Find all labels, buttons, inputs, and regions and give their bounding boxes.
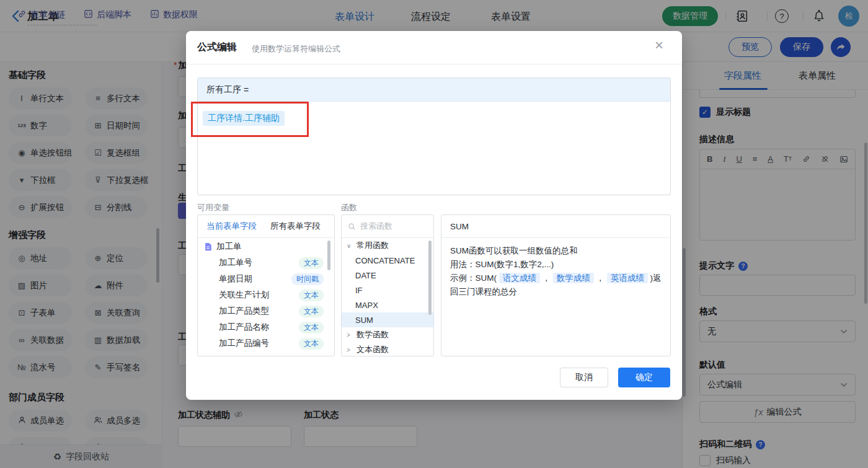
function-item-IF[interactable]: IF [342, 283, 433, 298]
function-item-DATE[interactable]: DATE [342, 268, 433, 283]
function-description: SUM函数可以获取一组数值的总和 用法：SUM(数字1,数字2,...) 示例：… [441, 238, 670, 305]
function-group-label: 常用函数 [356, 240, 389, 251]
equals-sign: = [244, 85, 249, 95]
function-description-panel: SUM SUM函数可以获取一组数值的总和 用法：SUM(数字1,数字2,...)… [441, 214, 671, 356]
functions-label: 函数 [341, 202, 357, 213]
confirm-button[interactable]: 确定 [618, 368, 670, 387]
variable-name: 加工单号 [219, 257, 252, 268]
annotation-box [191, 102, 309, 137]
variable-row[interactable]: 加工单号文本 [198, 255, 334, 271]
variable-name: 关联生产计划 [219, 289, 269, 301]
variable-row[interactable]: 关联生产计划文本 [198, 287, 334, 303]
functions-panel: 搜索函数 ∨常用函数CONCATENATEDATEIFMAPXSUM>数学函数>… [341, 214, 434, 356]
formula-target-bar: 所有工序 = [198, 78, 670, 102]
function-group-数学函数[interactable]: >数学函数 [342, 327, 433, 342]
example-field-token[interactable]: 数学成绩 [553, 273, 594, 283]
variables-tabs: 当前表单字段 所有表单字段 [198, 215, 334, 238]
app-screen: 加工单 表单设计流程设定表单设置 数据管理 ? 检 表单外链后端脚本数据权限 预… [0, 0, 868, 468]
variable-row[interactable]: 加工产品编号文本 [198, 335, 334, 351]
variable-name: 单据日期 [219, 273, 252, 285]
variable-type-badge: 文本 [299, 322, 324, 333]
tab-all-form-fields[interactable]: 所有表单字段 [270, 221, 321, 232]
variable-name: 加工产品名称 [219, 322, 269, 333]
function-group-文本函数[interactable]: >文本函数 [342, 342, 433, 356]
variable-row[interactable]: 单据日期时间戳 [198, 271, 334, 287]
variable-name: 加工产品类型 [219, 306, 269, 317]
formula-target: 所有工序 [206, 84, 241, 95]
function-group-label: 数学函数 [356, 329, 389, 340]
example-field-token[interactable]: 英语成绩 [607, 273, 648, 283]
chevron-right-icon: > [347, 332, 353, 338]
tab-current-form-fields[interactable]: 当前表单字段 [206, 221, 257, 232]
variable-type-badge: 时间戳 [291, 273, 324, 285]
variable-type-badge: 文本 [299, 257, 324, 269]
variable-name: 加工产品编号 [219, 338, 269, 349]
variable-type-badge: 文本 [299, 338, 324, 350]
variables-label: 可用变量 [197, 202, 229, 213]
close-icon[interactable]: × [655, 38, 663, 53]
function-group-label: 文本函数 [356, 344, 389, 355]
modal-header-divider [186, 64, 682, 64]
example-field-token[interactable]: 语文成绩 [499, 273, 540, 283]
description-line: SUM函数可以获取一组数值的总和 [450, 244, 662, 258]
function-group-常用函数[interactable]: ∨常用函数 [342, 238, 433, 253]
variable-row[interactable]: 加工产品类型文本 [198, 303, 334, 319]
function-search[interactable]: 搜索函数 [342, 215, 433, 238]
function-item-SUM[interactable]: SUM [342, 312, 433, 327]
modal-title: 公式编辑 [197, 41, 237, 54]
cancel-button[interactable]: 取消 [560, 368, 608, 387]
variable-root-label: 加工单 [216, 241, 242, 252]
search-placeholder: 搜索函数 [360, 221, 392, 232]
usage-line: 用法：SUM(数字1,数字2,...) [450, 258, 662, 272]
variables-panel: 当前表单字段 所有表单字段 加工单加工单号文本单据日期时间戳关联生产计划文本加工… [197, 214, 335, 356]
search-icon [348, 223, 356, 231]
variable-row[interactable]: 加工产品名称文本 [198, 319, 334, 335]
chevron-down-icon: ∨ [347, 242, 353, 249]
variable-type-badge: 文本 [299, 289, 324, 301]
function-name: SUM [441, 215, 670, 238]
variable-root-row[interactable]: 加工单 [198, 239, 334, 255]
variables-scrollbar[interactable] [327, 241, 330, 270]
function-item-MAPX[interactable]: MAPX [342, 298, 433, 312]
function-item-CONCATENATE[interactable]: CONCATENATE [342, 253, 433, 268]
modal-subtitle: 使用数学运算符编辑公式 [252, 43, 340, 55]
variable-type-badge: 文本 [299, 306, 324, 317]
example-line: 示例：SUM( 语文成绩 ， 数学成绩 ， 英语成绩 )返回三门课程的总分 [450, 272, 662, 299]
functions-scrollbar[interactable] [428, 241, 432, 315]
chevron-right-icon: > [347, 347, 353, 353]
file-icon [204, 242, 212, 251]
